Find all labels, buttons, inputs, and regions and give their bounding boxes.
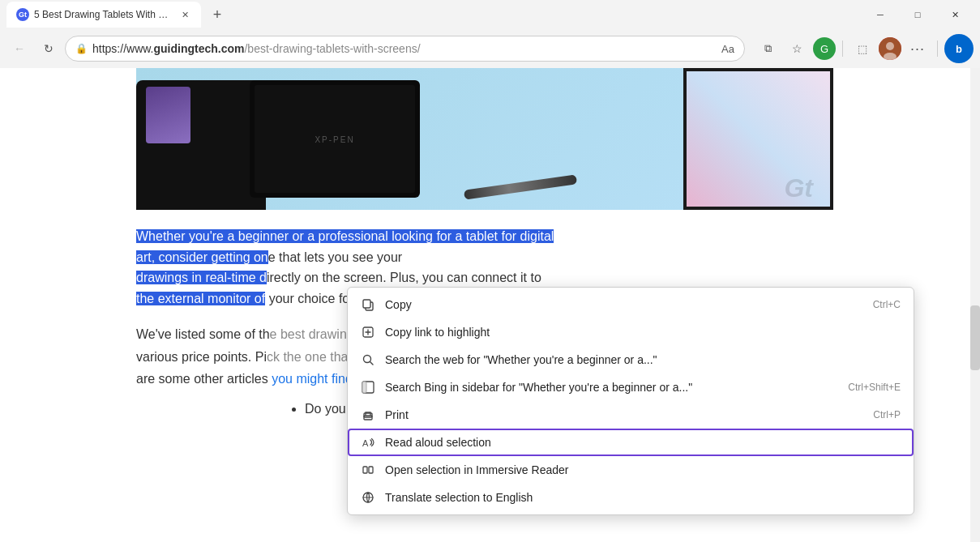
divider2 <box>937 41 938 57</box>
active-tab[interactable]: Gt 5 Best Drawing Tablets With Scre ✕ <box>6 2 201 28</box>
page-content: XP-PEN Gt Whether you're a beginner or a… <box>0 68 980 542</box>
copy-link-label: Copy link to highlight <box>385 326 891 339</box>
tab-title: 5 Best Drawing Tablets With Scre <box>34 9 173 20</box>
translate-label: Translate selection to English <box>385 491 901 504</box>
menu-item-copy-link[interactable]: Copy link to highlight <box>348 318 914 346</box>
bing-sidebar-icon <box>361 380 375 395</box>
svg-rect-4 <box>363 300 370 308</box>
tablet-left <box>136 80 266 210</box>
url-domain: https://www.guidingtech.com <box>92 42 244 55</box>
print-label: Print <box>385 408 863 421</box>
tab-favicon: Gt <box>16 8 29 21</box>
address-bar: ← ↻ 🔒 https://www.guidingtech.com/best-d… <box>0 29 980 68</box>
read-aloud-icon: A <box>361 435 375 450</box>
share-icon[interactable]: ⬚ <box>849 36 875 62</box>
svg-rect-9 <box>362 382 366 393</box>
immersive-reader-icon <box>361 463 375 477</box>
translate-icon <box>361 490 375 505</box>
search-bing-shortcut: Ctrl+Shift+E <box>848 382 901 393</box>
scrollbar-thumb[interactable] <box>970 305 980 370</box>
bing-button[interactable]: b <box>944 34 974 63</box>
split-screen-icon[interactable]: ⧉ <box>755 36 781 62</box>
article-image: XP-PEN Gt <box>136 68 833 210</box>
toolbar-icons: ⧉ ☆ G ⬚ ··· b <box>755 34 974 63</box>
menu-item-search-web[interactable]: Search the web for "Whether you're a beg… <box>348 346 914 373</box>
back-button[interactable]: ← <box>6 36 32 62</box>
tab-strip: Gt 5 Best Drawing Tablets With Scre ✕ + <box>6 2 229 28</box>
copy-icon <box>361 297 375 312</box>
highlighted-text-line4: the external monitor of <box>136 292 265 305</box>
svg-text:A: A <box>362 438 369 448</box>
immersive-reader-label: Open selection in Immersive Reader <box>385 463 901 476</box>
highlighted-text-line1: Whether you're a beginner or a professio… <box>136 229 554 243</box>
print-icon <box>361 408 375 422</box>
menu-item-copy[interactable]: Copy Ctrl+C <box>348 291 914 318</box>
close-button[interactable]: ✕ <box>936 2 974 28</box>
menu-item-read-aloud[interactable]: A Read aloud selection <box>348 429 914 456</box>
new-tab-button[interactable]: + <box>206 3 229 26</box>
highlighted-text-line3: drawings in real-time d <box>136 271 267 284</box>
menu-item-translate[interactable]: Translate selection to English <box>348 484 914 511</box>
menu-item-search-bing[interactable]: Search Bing in sidebar for "Whether you'… <box>348 373 914 401</box>
svg-point-1 <box>886 42 894 50</box>
copy-link-icon <box>361 325 375 339</box>
search-icon <box>361 352 375 367</box>
search-bing-label: Search Bing in sidebar for "Whether you'… <box>385 381 838 394</box>
svg-rect-14 <box>369 467 373 473</box>
maximize-button[interactable]: □ <box>899 2 936 28</box>
menu-item-print[interactable]: Print Ctrl+P <box>348 401 914 429</box>
reader-mode-icon[interactable]: Aa <box>721 43 734 55</box>
url-path: /best-drawing-tablets-with-screens/ <box>244 42 420 55</box>
url-bar[interactable]: 🔒 https://www.guidingtech.com/best-drawi… <box>65 36 745 62</box>
window-controls: ─ □ ✕ <box>862 2 974 28</box>
search-web-label: Search the web for "Whether you're a beg… <box>385 353 901 366</box>
menu-item-immersive-reader[interactable]: Open selection in Immersive Reader <box>348 456 914 484</box>
copy-label: Copy <box>385 298 863 311</box>
unhighlighted-text: e that lets you see your <box>268 250 402 264</box>
unhighlighted-text2: irectly on the screen. Plus, you can con… <box>267 271 541 284</box>
svg-line-7 <box>370 362 374 365</box>
refresh-button[interactable]: ↻ <box>36 36 62 62</box>
copy-shortcut: Ctrl+C <box>873 299 901 310</box>
avatar[interactable] <box>879 37 901 60</box>
print-shortcut: Ctrl+P <box>873 409 901 420</box>
content-area: XP-PEN Gt Whether you're a beginner or a… <box>0 68 980 542</box>
svg-rect-13 <box>363 467 367 473</box>
tab-close-button[interactable]: ✕ <box>178 8 191 21</box>
scrollbar[interactable] <box>970 68 980 542</box>
favorites-icon[interactable]: ☆ <box>784 36 810 62</box>
tablet-center: XP-PEN <box>250 80 420 198</box>
url-text: https://www.guidingtech.com/best-drawing… <box>92 42 717 55</box>
stylus-pen <box>464 174 577 199</box>
gt-logo-watermark: Gt <box>784 173 813 203</box>
extensions-icon[interactable]: G <box>813 37 836 60</box>
highlighted-text-line2: art, consider getting on <box>136 250 268 264</box>
title-bar: Gt 5 Best Drawing Tablets With Scre ✕ + … <box>0 0 980 29</box>
minimize-button[interactable]: ─ <box>862 2 899 28</box>
divider <box>842 41 843 57</box>
lock-icon: 🔒 <box>75 43 88 54</box>
read-aloud-label: Read aloud selection <box>385 436 901 449</box>
more-button[interactable]: ··· <box>905 36 931 62</box>
context-menu: Copy Ctrl+C Copy link to highlight Searc… <box>347 287 914 515</box>
